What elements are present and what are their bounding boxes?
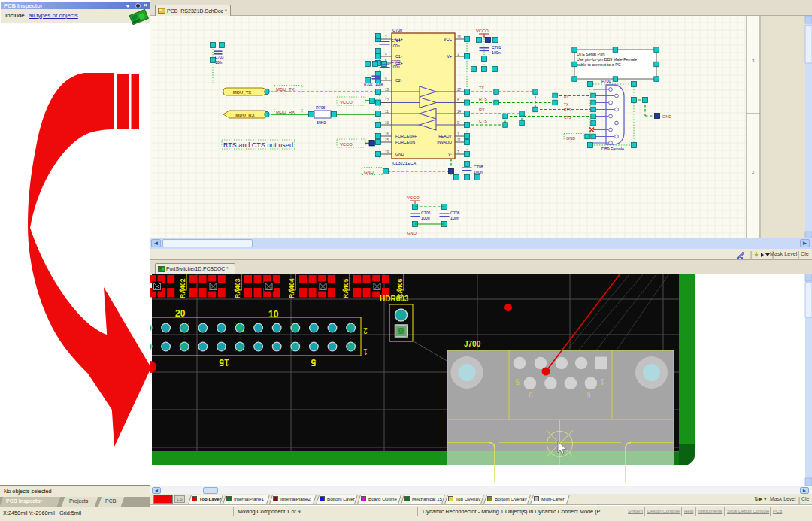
svg-text:R702: R702 [364,83,373,86]
svg-text:FORCEOFF: FORCEOFF [395,134,417,138]
svg-text:VCCO: VCCO [476,29,489,33]
svg-text:15: 15 [219,357,229,368]
svg-text:TX: TX [479,86,484,90]
svg-text:VCCO: VCCO [340,100,353,105]
svg-text:MDU_TX: MDU_TX [233,90,252,95]
svg-text:10: 10 [385,121,389,125]
svg-text:C702: C702 [391,59,401,64]
svg-text:RX: RX [564,95,569,99]
svg-text:59K0: 59K0 [317,120,326,125]
svg-text:DTE Serial Port: DTE Serial Port [577,52,605,56]
svg-text:9: 9 [586,392,591,400]
svg-text:16: 16 [457,35,462,39]
svg-text:GND: GND [407,231,417,235]
svg-text:U700: U700 [392,28,402,32]
svg-text:14: 14 [457,110,462,114]
svg-text:15: 15 [385,138,389,142]
svg-text:RTS: RTS [564,108,571,112]
svg-text:13: 13 [385,88,389,92]
svg-text:RX: RX [479,108,485,112]
svg-text:GND: GND [662,114,671,119]
svg-text:100n: 100n [492,50,501,55]
svg-text:VCC: VCC [444,37,452,41]
svg-text:17: 17 [457,88,462,92]
svg-text:11: 11 [385,110,389,114]
svg-text:100n: 100n [421,216,430,220]
svg-text:TX: TX [564,103,569,107]
svg-text:C704: C704 [391,38,401,43]
svg-text:5: 5 [515,377,520,386]
svg-text:MDU_RX: MDU_RX [276,110,295,114]
svg-text:C706: C706 [450,211,460,215]
svg-text:C2-: C2- [395,78,402,83]
svg-text:100n: 100n [215,61,223,65]
svg-text:100n: 100n [450,216,459,220]
svg-text:10: 10 [268,309,279,320]
svg-text:19: 19 [385,150,389,154]
svg-text:HDR603: HDR603 [380,295,409,303]
svg-text:1: 1 [600,377,604,386]
svg-text:FORCEON: FORCEON [395,140,415,144]
svg-text:20: 20 [175,308,186,319]
svg-text:GND: GND [566,136,575,141]
svg-text:INVALID: INVALID [437,140,452,144]
svg-text:11: 11 [457,138,461,142]
svg-text:MDU_RX: MDU_RX [235,113,254,117]
svg-text:V+: V+ [447,54,453,59]
svg-text:J700: J700 [464,340,481,348]
svg-text:R706: R706 [316,105,326,110]
svg-text:100k: 100k [375,83,383,86]
svg-text:1: 1 [363,347,368,356]
svg-text:CTS: CTS [479,119,487,123]
svg-text:P700: P700 [601,79,611,83]
svg-text:C703: C703 [215,56,224,59]
svg-text:GND: GND [395,152,404,156]
svg-text:C701: C701 [492,45,501,50]
svg-text:Use pin-for-pin DB9 Male-Femal: Use pin-for-pin DB9 Male-Female [577,57,637,62]
svg-text:RTS and CTS not used: RTS and CTS not used [223,141,293,149]
svg-text:cable to connect to a PC: cable to connect to a PC [577,62,621,67]
svg-text:C1-: C1- [395,54,402,59]
svg-text:MDU_TX: MDU_TX [276,87,295,92]
svg-text:100n: 100n [391,44,400,48]
svg-text:READY: READY [438,134,452,138]
svg-text:DB9 Female: DB9 Female [601,147,624,151]
svg-text:12: 12 [385,98,389,102]
svg-text:6: 6 [529,392,533,400]
svg-text:VCCO: VCCO [340,142,353,147]
svg-text:V-: V- [448,152,452,156]
svg-text:100n: 100n [474,170,483,174]
svg-text:5: 5 [311,357,316,368]
svg-text:C705: C705 [421,211,431,215]
svg-text:16: 16 [385,132,389,136]
svg-text:CTS: CTS [564,116,571,120]
svg-text:C708: C708 [474,165,483,169]
svg-text:VCCO: VCCO [407,195,420,200]
svg-text:2: 2 [363,326,368,335]
svg-text:100n: 100n [391,65,400,69]
svg-text:ICL3221ECA: ICL3221ECA [392,161,416,165]
svg-text:GND: GND [364,170,374,174]
svg-text:RTS: RTS [479,97,487,101]
